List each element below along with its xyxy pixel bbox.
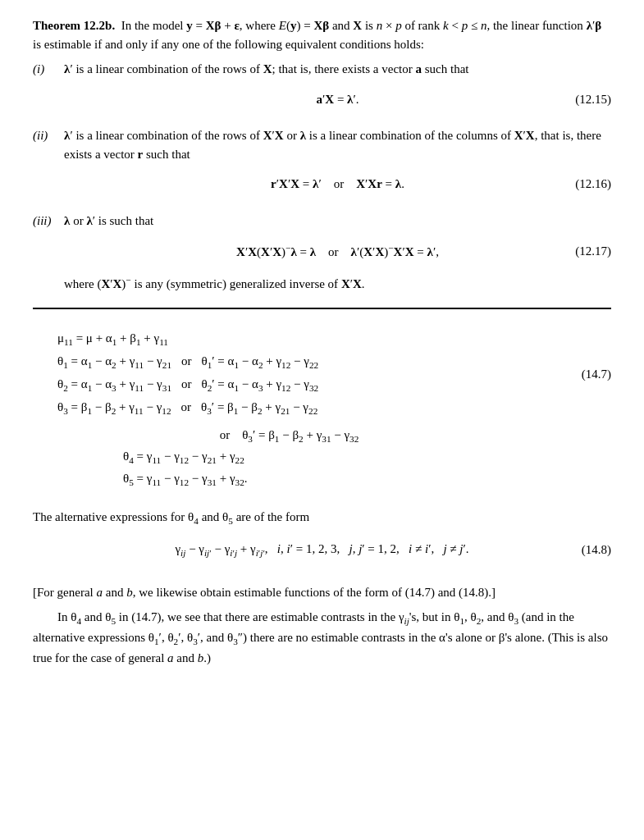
eq-theta4: θ4 = γ11 − γ12 − γ21 + γ22 — [33, 447, 611, 468]
page-content: Theorem 12.2b. In the model y = Xβ + ε, … — [33, 16, 611, 668]
eq-14-8: γij − γij′ − γi′j + γi′j′, i, i′ = 1, 2,… — [33, 540, 611, 560]
eq-12-16: r′X′X = λ′ or X′Xr = λ. (12.16) — [64, 175, 611, 194]
equation-group-14-7: μ11 = μ + α1 + β1 + γ11 θ1 = α1 − α2 + γ… — [33, 327, 611, 490]
eq-theta3: θ3 = β1 − β2 + γ11 − γ12 or θ3′ = β1 − β… — [57, 398, 611, 418]
eq-theta5: θ5 = γ11 − γ12 − γ31 + γ32. — [33, 469, 611, 490]
condition-iii: (iii) λ or λ′ is such that X′X(X′X)−λ = … — [33, 212, 611, 294]
eq-12-15: a′X = λ′. (12.15) — [64, 90, 611, 109]
eq-label-14-7: (14.7) — [582, 365, 611, 384]
eq-14-8-content: γij − γij′ − γi′j + γi′j′, i, i′ = 1, 2,… — [175, 540, 468, 560]
remark-para1: [For general a and b, we likewise obtain… — [33, 583, 611, 602]
eq-mu11: μ11 = μ + α1 + β1 + γ11 — [57, 329, 611, 349]
eq-12-17: X′X(X′X)−λ = λ or λ′(X′X)−X′X = λ′, (12.… — [64, 241, 611, 262]
condition-i: (i) λ′ is a linear combination of the ro… — [33, 60, 611, 120]
eq-12-17-footnote: where (X′X)− is any (symmetric) generali… — [64, 273, 611, 294]
eq-theta3-extra: or θ3′ = β1 − β2 + γ31 − γ32 — [33, 426, 611, 446]
alt-expr-para: The alternative expressions for θ4 and θ… — [33, 508, 611, 528]
eq-theta1: θ1 = α1 − α2 + γ11 − γ21 or θ1′ = α1 − α… — [57, 352, 611, 372]
theorem-title: Theorem 12.2b. — [33, 19, 115, 32]
theorem-intro: In the model y = Xβ + ε, where E(y) = Xβ… — [33, 19, 601, 51]
eq-theta2: θ2 = α1 − α3 + γ11 − γ31 or θ2′ = α1 − α… — [57, 375, 611, 395]
theorem-block: Theorem 12.2b. In the model y = Xβ + ε, … — [33, 16, 611, 293]
condition-ii: (ii) λ′ is a linear combination of the r… — [33, 126, 611, 205]
remarks-block: [For general a and b, we likewise obtain… — [33, 583, 611, 668]
eq-label-14-8: (14.8) — [582, 541, 611, 559]
section-divider — [33, 308, 611, 309]
remark-para2: In θ4 and θ5 in (14.7), we see that ther… — [33, 608, 611, 667]
